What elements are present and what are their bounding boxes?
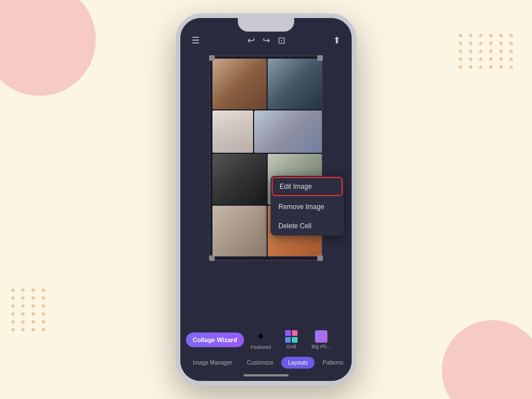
dot-grid-left bbox=[11, 289, 47, 331]
tab-icons-row: Collage Wizard ✦ Featured Grid bbox=[180, 323, 352, 354]
photo-cell-couple[interactable] bbox=[268, 59, 322, 109]
phone-notch bbox=[238, 18, 294, 32]
featured-icon: ✦ bbox=[256, 330, 265, 343]
grid-icon bbox=[285, 330, 298, 343]
collage-wizard-button[interactable]: Collage Wizard bbox=[186, 333, 244, 347]
canvas-area: Edit Image Remove Image Delete Cell bbox=[180, 51, 352, 323]
phone-frame: ☰ ↩ ↪ ⊡ ⬆ bbox=[176, 14, 356, 385]
nav-patterns[interactable]: Patterns bbox=[316, 357, 350, 369]
collage-row-2 bbox=[212, 110, 320, 153]
nav-image-manager[interactable]: Image Manager bbox=[186, 357, 239, 369]
grid-label: Grid bbox=[286, 344, 296, 349]
bigphoto-icon bbox=[315, 330, 327, 343]
collage-row-1 bbox=[212, 59, 320, 109]
photo-cell-cafe[interactable] bbox=[212, 59, 267, 109]
phone-content: ☰ ↩ ↪ ⊡ ⬆ bbox=[180, 18, 352, 381]
tab-grid[interactable]: Grid bbox=[278, 328, 305, 352]
share-icon[interactable]: ⬆ bbox=[333, 35, 340, 46]
bottom-toolbar: Collage Wizard ✦ Featured Grid bbox=[180, 323, 352, 381]
redo-icon[interactable]: ↪ bbox=[263, 35, 270, 46]
bottom-nav: Image Manager Customize Layouts Patterns bbox=[180, 354, 352, 374]
home-indicator bbox=[243, 374, 289, 376]
handle-tl[interactable] bbox=[209, 55, 215, 61]
photo-cell-paris[interactable] bbox=[254, 110, 322, 153]
context-edit-image[interactable]: Edit Image bbox=[272, 177, 343, 196]
nav-layouts[interactable]: Layouts bbox=[281, 357, 314, 369]
bg-blob-bottom-right bbox=[442, 320, 532, 399]
frame-icon[interactable]: ⊡ bbox=[278, 35, 285, 46]
nav-customize[interactable]: Customize bbox=[240, 357, 280, 369]
featured-label: Featured bbox=[251, 344, 271, 350]
bigphoto-label: Big Ph... bbox=[312, 344, 331, 349]
top-bar-center-icons: ↩ ↪ ⊡ bbox=[247, 35, 285, 46]
context-menu: Edit Image Remove Image Delete Cell bbox=[271, 176, 344, 236]
tab-bigphoto[interactable]: Big Ph... bbox=[307, 328, 335, 352]
menu-icon[interactable]: ☰ bbox=[192, 35, 200, 46]
handle-tr[interactable] bbox=[317, 55, 323, 61]
handle-bl[interactable] bbox=[209, 255, 215, 261]
photo-cell-beach[interactable] bbox=[212, 206, 267, 256]
context-remove-image[interactable]: Remove Image bbox=[271, 197, 344, 216]
photo-cell-dog[interactable] bbox=[212, 110, 253, 153]
context-delete-cell[interactable]: Delete Cell bbox=[271, 216, 344, 236]
undo-icon[interactable]: ↩ bbox=[247, 35, 255, 46]
bg-blob-top-left bbox=[0, 0, 96, 96]
handle-br[interactable] bbox=[317, 255, 323, 261]
photo-cell-bw-couple[interactable] bbox=[212, 154, 267, 205]
tab-featured[interactable]: ✦ Featured bbox=[246, 327, 276, 352]
dot-grid-right bbox=[459, 34, 515, 69]
